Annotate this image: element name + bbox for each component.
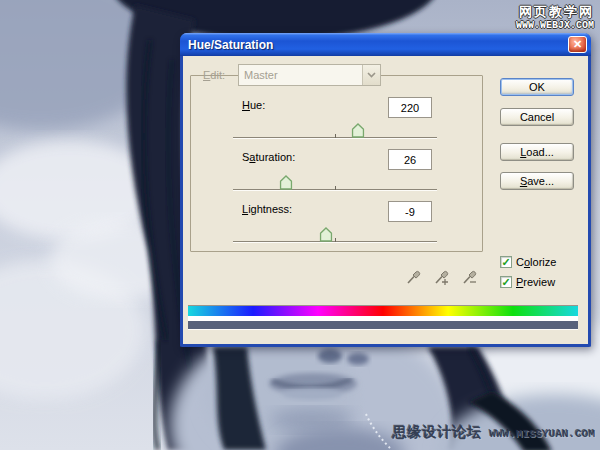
- dropdown-arrow-button: [362, 65, 380, 85]
- slider-center-tick: [335, 186, 336, 190]
- hue-slider-track[interactable]: [233, 137, 437, 139]
- check-icon: ✓: [501, 257, 510, 267]
- close-icon: ✕: [573, 38, 582, 50]
- cancel-button[interactable]: Cancel: [500, 108, 574, 126]
- colorize-checkbox[interactable]: ✓ Colorize: [500, 256, 556, 268]
- adjustment-groupbox: [190, 75, 483, 252]
- eyedropper-minus-icon: [461, 266, 479, 286]
- edit-dropdown: Master: [238, 64, 381, 86]
- check-icon: ✓: [501, 277, 510, 287]
- watermark-webjx-name: 网页教学网: [516, 5, 594, 20]
- hue-label: Hue:: [242, 99, 265, 111]
- ok-button[interactable]: OK: [500, 78, 574, 96]
- slider-center-tick: [335, 134, 336, 138]
- edit-dropdown-value: Master: [239, 69, 278, 81]
- lightness-label: Lightness:: [242, 203, 292, 215]
- colorized-result-bar: [188, 321, 578, 330]
- lightness-slider-track[interactable]: [233, 241, 437, 243]
- checkbox-box: ✓: [500, 276, 512, 288]
- preview-label: Preview: [516, 276, 555, 288]
- eyedropper-plus-icon: [433, 266, 451, 286]
- hue-input[interactable]: [388, 97, 432, 118]
- chevron-down-icon: [367, 72, 376, 78]
- eyedropper-icon: [405, 266, 423, 286]
- watermark-missyuan-name: 思缘设计论坛: [392, 424, 482, 442]
- checkbox-box: ✓: [500, 256, 512, 268]
- saturation-label: Saturation:: [242, 151, 295, 163]
- hue-saturation-dialog: Hue/Saturation ✕ Edit: Master Hue:: [180, 33, 591, 347]
- dialog-titlebar[interactable]: Hue/Saturation ✕: [180, 33, 591, 56]
- hue-slider-thumb[interactable]: [351, 123, 364, 138]
- dialog-title: Hue/Saturation: [180, 38, 273, 52]
- watermark-webjx-url: WWW.WEBJX.COM: [516, 20, 594, 32]
- load-button[interactable]: Load...: [500, 143, 574, 161]
- lightness-slider-thumb[interactable]: [319, 227, 332, 242]
- edit-label: Edit:: [203, 69, 225, 81]
- lightness-input[interactable]: [388, 201, 432, 222]
- saturation-slider-thumb[interactable]: [280, 175, 293, 190]
- hue-spectrum-bar: [188, 305, 578, 316]
- screenshot: 网页教学网 WWW.WEBJX.COM 思缘设计论坛 WWW.MISSYUAN.…: [0, 0, 600, 450]
- eyedropper-group: [405, 266, 479, 286]
- dialog-body: Edit: Master Hue: Satur: [183, 56, 588, 344]
- save-button[interactable]: Save...: [500, 172, 574, 190]
- saturation-slider-track[interactable]: [233, 189, 437, 191]
- preview-checkbox[interactable]: ✓ Preview: [500, 276, 555, 288]
- colorize-label: Colorize: [516, 256, 556, 268]
- saturation-input[interactable]: [388, 149, 432, 170]
- watermark-missyuan-url: WWW.MISSYUAN.COM: [489, 428, 595, 440]
- close-button[interactable]: ✕: [568, 36, 587, 53]
- watermark-missyuan: 思缘设计论坛 WWW.MISSYUAN.COM: [392, 424, 595, 442]
- watermark-webjx: 网页教学网 WWW.WEBJX.COM: [516, 5, 594, 31]
- slider-center-tick: [335, 238, 336, 242]
